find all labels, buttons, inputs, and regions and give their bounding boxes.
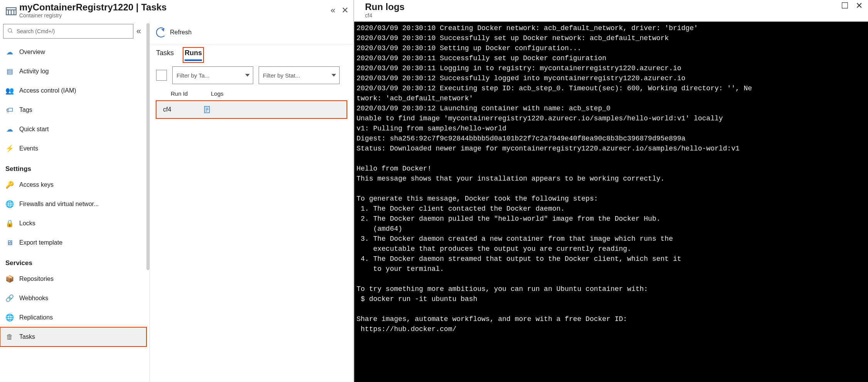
logs-icon[interactable]	[203, 105, 211, 114]
repositories-icon: 📦	[5, 275, 14, 283]
search-placeholder: Search (Cmd+/)	[17, 28, 55, 34]
column-logs: Logs	[211, 90, 224, 97]
run-row[interactable]: cf4	[156, 101, 347, 118]
sidebar-item-replications[interactable]: 🌐Replications	[0, 308, 146, 327]
nav-heading: Settings	[0, 158, 146, 175]
sidebar-item-label: Replications	[19, 314, 53, 321]
close-logs-button[interactable]: ✕	[856, 2, 863, 10]
page-subtitle: Container registry	[19, 13, 331, 19]
export-template-icon: 🖥	[5, 239, 14, 247]
sidebar-item-label: Repositories	[19, 276, 54, 282]
sidebar-item-label: Tags	[19, 106, 32, 113]
sidebar-item-events[interactable]: ⚡Events	[0, 139, 146, 158]
sidebar-item-quick-start[interactable]: ☁Quick start	[0, 120, 146, 139]
collapse-blade-button[interactable]: «	[331, 6, 335, 15]
locks-icon: 🔒	[5, 219, 14, 228]
tags-icon: 🏷	[5, 106, 14, 114]
firewalls-icon: 🌐	[5, 200, 14, 208]
sidebar-item-label: Tasks	[19, 333, 35, 340]
page-title: myContainerRegistry1220 | Tasks	[19, 2, 331, 12]
refresh-icon	[156, 27, 166, 37]
sidebar-item-access-keys[interactable]: 🔑Access keys	[0, 175, 146, 194]
run-logs-title: Run logs	[365, 2, 405, 12]
svg-point-5	[8, 29, 12, 32]
sidebar-item-label: Access control (IAM)	[19, 87, 76, 94]
sidebar-item-label: Firewalls and virtual networ...	[19, 201, 99, 208]
sidebar: Search (Cmd+/) « ☁Overview▤Activity log👥…	[0, 21, 150, 382]
overview-icon: ☁	[5, 48, 14, 56]
container-registry-icon	[3, 2, 19, 19]
sidebar-item-tags[interactable]: 🏷Tags	[0, 100, 146, 120]
sidebar-item-webhooks[interactable]: 🔗Webhooks	[0, 289, 146, 308]
sidebar-item-locks[interactable]: 🔒Locks	[0, 214, 146, 233]
run-id-cell: cf4	[163, 106, 171, 113]
tab-runs[interactable]: Runs	[185, 49, 202, 61]
collapse-nav-button[interactable]: «	[136, 26, 142, 36]
select-all-checkbox[interactable]	[156, 70, 167, 81]
filter-by-task-dropdown[interactable]: Filter by Ta...	[172, 66, 253, 84]
sidebar-item-label: Locks	[19, 220, 35, 227]
tasks-icon: 🗑	[5, 333, 14, 341]
sidebar-item-firewalls[interactable]: 🌐Firewalls and virtual networ...	[0, 194, 146, 214]
webhooks-icon: 🔗	[5, 294, 14, 303]
sidebar-item-repositories[interactable]: 📦Repositories	[0, 269, 146, 289]
sidebar-item-iam[interactable]: 👥Access control (IAM)	[0, 81, 146, 100]
run-logs-header: Run logs cf4 ☐ ✕	[354, 0, 868, 22]
sidebar-item-activity-log[interactable]: ▤Activity log	[0, 62, 146, 81]
sidebar-item-label: Activity log	[19, 68, 49, 75]
search-icon	[7, 28, 13, 35]
nav-heading: Services	[0, 252, 146, 269]
sidebar-item-label: Events	[19, 145, 38, 152]
iam-icon: 👥	[5, 86, 14, 95]
sidebar-item-label: Webhooks	[19, 295, 48, 302]
run-logs-terminal[interactable]: 2020/03/09 20:30:10 Creating Docker netw…	[354, 22, 868, 382]
tasks-panel: Refresh TasksRuns Filter by Ta... Filter…	[150, 21, 353, 382]
filter-by-status-dropdown[interactable]: Filter by Stat...	[259, 66, 340, 84]
maximize-blade-button[interactable]: ☐	[841, 2, 849, 10]
events-icon: ⚡	[5, 144, 14, 153]
sidebar-scrollbar[interactable]	[146, 23, 150, 270]
tab-tasks[interactable]: Tasks	[156, 49, 174, 61]
sidebar-item-label: Access keys	[19, 181, 54, 188]
sidebar-item-label: Quick start	[19, 126, 49, 133]
sidebar-item-label: Overview	[19, 49, 45, 56]
run-logs-subtitle: cf4	[365, 12, 405, 19]
search-input[interactable]: Search (Cmd+/)	[3, 24, 133, 39]
quick-start-icon: ☁	[5, 125, 14, 134]
access-keys-icon: 🔑	[5, 181, 14, 189]
close-blade-button[interactable]: ✕	[341, 6, 348, 15]
resource-header: myContainerRegistry1220 | Tasks Containe…	[0, 0, 353, 21]
replications-icon: 🌐	[5, 313, 14, 322]
column-run-id: Run Id	[171, 90, 188, 97]
sidebar-item-export-template[interactable]: 🖥Export template	[0, 233, 146, 252]
sidebar-item-label: Export template	[19, 239, 62, 246]
svg-line-6	[11, 32, 12, 33]
refresh-button[interactable]: Refresh	[170, 29, 192, 36]
sidebar-item-tasks[interactable]: 🗑Tasks	[0, 327, 146, 347]
sidebar-item-overview[interactable]: ☁Overview	[0, 42, 146, 62]
activity-log-icon: ▤	[5, 67, 14, 76]
